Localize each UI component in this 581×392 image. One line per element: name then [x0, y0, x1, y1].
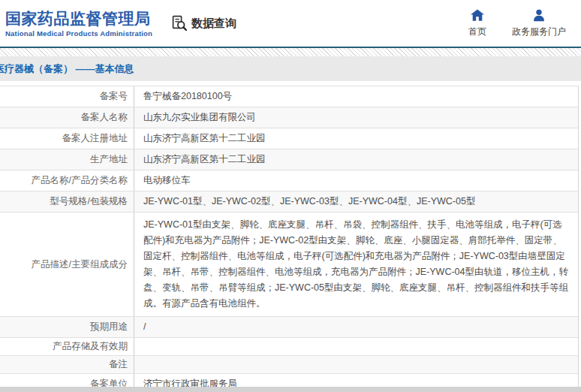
table-row: 预期用途 /	[0, 317, 578, 338]
nav-item-home[interactable]: 首页	[468, 9, 486, 38]
table-row: 生产地址 山东济宁高新区第十二工业园	[0, 149, 578, 170]
nav-item-home-label: 首页	[468, 26, 486, 38]
page-title: 医疗器械（备案） ——基本信息	[0, 62, 134, 76]
row-label: 备案号	[0, 86, 134, 107]
page: 国家药品监督管理局 National Medical Products Admi…	[0, 0, 581, 392]
row-label: 产品存储及有效期	[0, 338, 134, 355]
nmpa-logo[interactable]: 国家药品监督管理局 National Medical Products Admi…	[5, 9, 152, 38]
page-title-bar: 医疗器械（备案） ——基本信息	[0, 56, 581, 81]
row-value: /	[134, 317, 578, 337]
row-label: 型号规格/包装规格	[0, 191, 134, 212]
header-nav: 首页 政务服务门户	[468, 9, 566, 38]
table-row: 备案号 鲁宁械备20180100号	[0, 86, 578, 107]
row-label: 备案人名称	[0, 107, 134, 128]
logo-title: 国家药品监督管理局	[5, 9, 152, 29]
row-value: 鲁宁械备20180100号	[134, 86, 578, 107]
user-icon	[532, 9, 546, 22]
row-value: 山东九尔实业集团有限公司	[134, 107, 578, 128]
row-label: 备注	[0, 356, 134, 373]
table-row: 备案人注册地址 山东济宁高新区第十二工业园	[0, 128, 578, 149]
row-label: 产品名称/产品分类名称	[0, 170, 134, 191]
row-label: 产品描述/主要组成成分	[0, 213, 134, 316]
nav-item-portal-label: 政务服务门户	[512, 26, 566, 38]
row-value	[134, 338, 578, 355]
row-label: 生产地址	[0, 149, 134, 170]
bottom-edge-bar	[0, 387, 581, 392]
row-value: JE-YWC-01型、JE-YWC-02型、JE-YWC-03型、JE-YWC-…	[134, 191, 578, 212]
device-info-table: 备案号 鲁宁械备20180100号 备案人名称 山东九尔实业集团有限公司 备案人…	[0, 86, 579, 392]
row-value	[134, 356, 578, 373]
table-row: 产品存储及有效期	[0, 338, 578, 356]
site-header: 国家药品监督管理局 National Medical Products Admi…	[0, 0, 581, 47]
data-query-icon	[170, 14, 188, 32]
row-value: 电动移位车	[134, 170, 578, 191]
data-query-label: 数据查询	[191, 17, 236, 31]
data-query-section[interactable]: 数据查询	[170, 14, 236, 32]
nav-item-portal[interactable]: 政务服务门户	[512, 9, 566, 38]
table-row: 备案人名称 山东九尔实业集团有限公司	[0, 107, 578, 128]
table-row: 备注	[0, 356, 578, 374]
striped-band	[0, 48, 581, 56]
table-row: 产品名称/产品分类名称 电动移位车	[0, 170, 578, 191]
row-label: 预期用途	[0, 317, 134, 337]
table-row-description: 产品描述/主要组成成分 JE-YWC-01型由支架、脚轮、底座支腿、吊杆、吊袋、…	[0, 213, 578, 317]
table-row: 型号规格/包装规格 JE-YWC-01型、JE-YWC-02型、JE-YWC-0…	[0, 191, 578, 213]
row-value: 山东济宁高新区第十二工业园	[134, 128, 578, 149]
row-label: 备案人注册地址	[0, 128, 134, 149]
logo-subtitle: National Medical Products Administration	[5, 29, 152, 38]
row-value: 山东济宁高新区第十二工业园	[134, 149, 578, 170]
row-value: JE-YWC-01型由支架、脚轮、底座支腿、吊杆、吊袋、控制器组件、扶手、电池等…	[134, 213, 578, 316]
home-icon	[471, 9, 484, 22]
